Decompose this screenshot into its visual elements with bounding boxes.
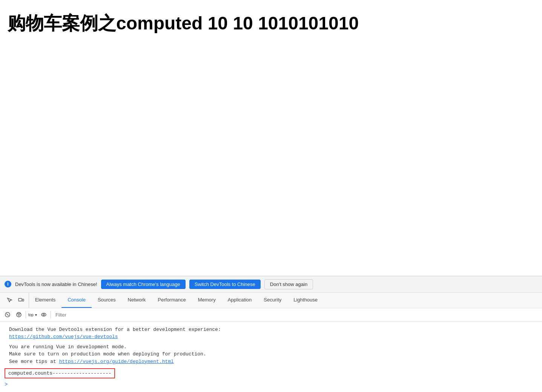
- always-match-button[interactable]: Always match Chrome's language: [101, 280, 186, 289]
- svg-point-8: [41, 313, 46, 316]
- filter-button[interactable]: [14, 310, 23, 319]
- toolbar-icons: [2, 293, 29, 308]
- tab-sources[interactable]: Sources: [92, 293, 122, 308]
- toolbar-separator-2: [51, 311, 51, 318]
- tab-bar: Elements Console Sources Network Perform…: [0, 293, 542, 308]
- filter-input[interactable]: [53, 311, 539, 318]
- tab-application[interactable]: Application: [222, 293, 258, 308]
- console-toolbar: top ▾: [0, 308, 542, 322]
- svg-rect-0: [18, 298, 22, 301]
- console-output: Download the Vue Devtools extension for …: [0, 322, 542, 392]
- top-label: top: [28, 313, 34, 317]
- computed-output: computed.counts--------------------: [5, 368, 115, 378]
- page-title: 购物车案例之computed 10 10 1010101010: [8, 11, 534, 35]
- cursor-icon-button[interactable]: [5, 295, 15, 306]
- context-selector[interactable]: top ▾: [28, 313, 37, 317]
- svg-point-9: [43, 314, 45, 315]
- vue-devtools-message: Download the Vue Devtools extension for …: [0, 325, 542, 342]
- tabs-list: Elements Console Sources Network Perform…: [29, 293, 540, 308]
- chevron-down-icon: ▾: [35, 313, 37, 317]
- clear-console-button[interactable]: [3, 310, 12, 319]
- tab-network[interactable]: Network: [122, 293, 152, 308]
- svg-rect-1: [22, 299, 24, 301]
- vue-dev-mode-message: You are running Vue in development mode.…: [0, 342, 542, 367]
- device-toolbar-button[interactable]: [16, 295, 26, 306]
- tab-memory[interactable]: Memory: [192, 293, 222, 308]
- dont-show-again-button[interactable]: Don't show again: [264, 279, 313, 289]
- info-text: DevTools is now available in Chinese!: [15, 281, 97, 287]
- tab-security[interactable]: Security: [258, 293, 287, 308]
- tab-lighthouse[interactable]: Lighthouse: [287, 293, 324, 308]
- toolbar-separator: [26, 311, 26, 318]
- eye-icon-button[interactable]: [39, 310, 48, 319]
- prompt-chevron-icon: >: [5, 381, 8, 387]
- info-bar: i DevTools is now available in Chinese! …: [0, 276, 542, 293]
- vuejs-deployment-link[interactable]: https://vuejs.org/guide/deployment.html: [59, 359, 174, 364]
- devtools-panel: i DevTools is now available in Chinese! …: [0, 276, 542, 392]
- vue-devtools-link[interactable]: https://github.com/vuejs/vue-devtools: [9, 334, 118, 340]
- tab-elements[interactable]: Elements: [29, 293, 61, 308]
- tab-performance[interactable]: Performance: [152, 293, 192, 308]
- computed-output-container: computed.counts--------------------: [0, 367, 542, 380]
- info-icon: i: [5, 281, 11, 287]
- tab-console[interactable]: Console: [61, 293, 92, 308]
- svg-line-3: [6, 314, 9, 316]
- page-content: 购物车案例之computed 10 10 1010101010: [0, 0, 542, 276]
- switch-chinese-button[interactable]: Switch DevTools to Chinese: [189, 280, 261, 289]
- console-prompt[interactable]: >: [0, 380, 542, 389]
